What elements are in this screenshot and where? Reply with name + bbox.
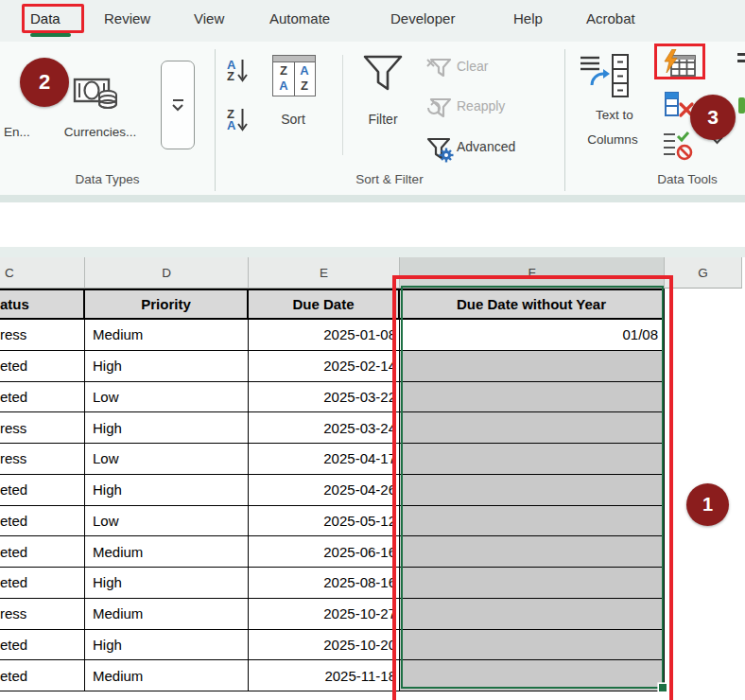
status-cell[interactable]: ress <box>0 320 85 351</box>
due-date-cell[interactable]: 2025-04-17 <box>249 444 400 475</box>
text-to-columns-label-1[interactable]: Text to <box>579 108 650 122</box>
clipped-icon-fragment <box>737 60 745 62</box>
header-cell-priority[interactable]: Priority <box>85 289 249 320</box>
due-date-cell[interactable]: 2025-03-24 <box>249 412 400 444</box>
column-header-d[interactable]: D <box>85 257 249 289</box>
sort-descending-button[interactable]: Z A <box>227 108 248 132</box>
status-cell[interactable]: eted <box>0 475 85 506</box>
group-separator <box>564 49 565 191</box>
currencies-data-type[interactable] <box>72 76 123 119</box>
priority-cell[interactable]: Medium <box>85 320 249 351</box>
sort-az-icon: A Z <box>227 60 235 82</box>
annotation-badge-2: 2 <box>20 58 69 107</box>
priority-cell[interactable]: Low <box>85 506 249 537</box>
ribbon-tab-bar: Data Review View Automate Developer Help… <box>0 0 745 42</box>
group-separator <box>342 55 343 155</box>
priority-cell[interactable]: High <box>85 568 249 599</box>
tab-developer[interactable]: Developer <box>390 10 455 26</box>
priority-cell[interactable]: High <box>85 351 249 382</box>
tab-view[interactable]: View <box>194 10 224 26</box>
ribbon-bottom-edge <box>0 195 745 202</box>
priority-cell[interactable]: High <box>85 630 249 661</box>
currency-icon <box>72 76 123 119</box>
status-cell[interactable]: eted <box>0 660 85 691</box>
active-tab-underline <box>30 33 71 37</box>
annotation-box-data-tab <box>22 4 84 33</box>
annotation-box-flash-fill <box>654 44 705 79</box>
column-header-g[interactable]: G <box>665 257 742 289</box>
status-cell[interactable]: ress <box>0 599 85 630</box>
due-date-cell[interactable]: 2025-03-22 <box>249 382 400 413</box>
gallery-more-icon <box>173 99 183 101</box>
tab-acrobat[interactable]: Acrobat <box>586 10 635 26</box>
due-date-cell[interactable]: 2025-04-26 <box>249 475 400 506</box>
due-date-cell[interactable]: 2025-08-16 <box>249 568 400 599</box>
status-cell[interactable]: eted <box>0 382 85 413</box>
priority-cell[interactable]: Low <box>85 382 249 413</box>
group-label-data-types: Data Types <box>0 172 215 186</box>
clear-filter-icon <box>425 57 454 79</box>
advanced-filter-label[interactable]: Advanced <box>457 139 515 154</box>
status-cell[interactable]: eted <box>0 506 85 537</box>
ribbon: En... Currencies... <box>0 42 745 195</box>
priority-cell[interactable]: Medium <box>85 599 249 630</box>
due-date-cell[interactable]: 2025-06-16 <box>249 536 400 568</box>
priority-cell[interactable]: Medium <box>85 660 249 691</box>
filter-button-label[interactable]: Filter <box>355 112 410 127</box>
filter-funnel-icon <box>361 53 405 96</box>
status-cell[interactable]: eted <box>0 568 85 599</box>
status-cell[interactable]: eted <box>0 630 85 661</box>
reapply-filter-icon <box>425 96 454 121</box>
tab-help[interactable]: Help <box>513 10 543 26</box>
sort-button-label[interactable]: Sort <box>263 112 323 127</box>
due-date-cell[interactable]: 2025-10-20 <box>249 630 400 661</box>
text-to-columns-icon <box>579 53 632 98</box>
formula-bar-edge <box>0 247 745 257</box>
group-label-sort-filter: Sort & Filter <box>215 172 564 186</box>
priority-cell[interactable]: Low <box>85 444 249 475</box>
sort-ascending-button[interactable]: A Z <box>227 59 248 83</box>
status-cell[interactable]: eted <box>0 536 85 568</box>
arrow-down-icon <box>237 59 248 83</box>
arrow-down-icon <box>237 108 248 132</box>
text-to-columns-label-2[interactable]: Columns <box>577 132 649 147</box>
group-label-data-tools: Data Tools <box>621 172 745 186</box>
chevron-down-icon <box>172 104 183 112</box>
status-cell[interactable]: eted <box>0 351 85 382</box>
group-separator <box>215 49 216 191</box>
reapply-filter-label[interactable]: Reapply <box>457 98 505 114</box>
due-date-cell[interactable]: 2025-01-08 <box>249 320 400 351</box>
priority-cell[interactable]: Medium <box>85 536 249 568</box>
currencies-label[interactable]: Currencies... <box>55 125 146 139</box>
clear-filter-label[interactable]: Clear <box>457 59 488 74</box>
due-date-cell[interactable]: 2025-11-18 <box>249 660 400 691</box>
advanced-filter-icon <box>424 136 454 163</box>
column-header-e[interactable]: E <box>249 257 400 289</box>
clipped-icon-fragment-green <box>738 97 745 114</box>
data-types-gallery-more-button[interactable] <box>161 61 195 149</box>
header-cell-due-date[interactable]: Due Date <box>249 289 400 320</box>
header-cell-status[interactable]: atus <box>0 289 85 320</box>
data-type-item-partial[interactable]: En... <box>4 125 30 139</box>
clipped-icon-fragment <box>737 53 745 56</box>
status-cell[interactable]: ress <box>0 412 85 444</box>
data-validation-icon <box>662 131 694 161</box>
priority-cell[interactable]: High <box>85 475 249 506</box>
annotation-badge-1: 1 <box>686 483 729 526</box>
due-date-cell[interactable]: 2025-02-14 <box>249 351 400 382</box>
excel-window: Data Review View Automate Developer Help… <box>0 0 745 700</box>
priority-cell[interactable]: High <box>85 412 249 444</box>
annotation-box-column-f <box>392 275 673 700</box>
column-header-c[interactable]: C <box>0 257 85 289</box>
annotation-badge-3: 3 <box>690 95 736 140</box>
due-date-cell[interactable]: 2025-10-27 <box>249 599 400 630</box>
sort-dialog-icon: Z A A Z <box>272 55 316 96</box>
status-cell[interactable]: ress <box>0 444 85 475</box>
sort-za-icon: Z A <box>227 109 235 131</box>
tab-automate[interactable]: Automate <box>269 10 330 26</box>
due-date-cell[interactable]: 2025-05-12 <box>249 506 400 537</box>
tab-review[interactable]: Review <box>104 10 150 26</box>
